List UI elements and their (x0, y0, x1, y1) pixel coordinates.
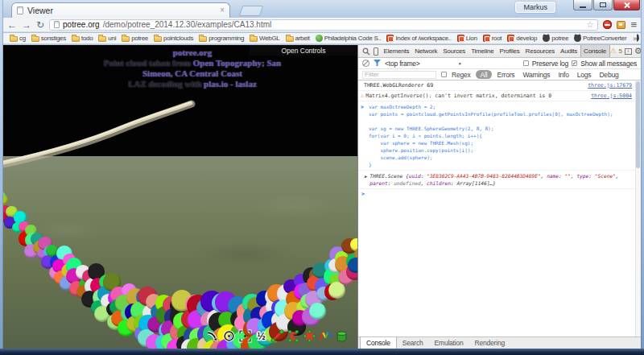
show-all-messages-checkbox[interactable]: ✓ (572, 60, 577, 66)
focus-icon[interactable] (238, 329, 252, 343)
clip-volume-icon[interactable] (335, 329, 349, 343)
clear-console-icon[interactable] (362, 60, 369, 67)
bookmark-item[interactable]: root (481, 35, 504, 42)
expand-arrow-icon[interactable]: ▶ (365, 173, 367, 180)
bookmark-item[interactable]: develop (506, 35, 539, 42)
filter-input[interactable] (362, 71, 436, 79)
bookmarks-overflow-chevron[interactable]: » (630, 33, 637, 43)
console-scrollbar[interactable] (635, 80, 641, 336)
half-resolution-icon[interactable]: ½ (254, 329, 268, 343)
frame-selector-dropdown-icon[interactable]: ▼ (458, 61, 462, 66)
profile-name-button[interactable]: Markus (515, 2, 555, 13)
extension-red-icon[interactable] (603, 20, 612, 29)
bookmark-item[interactable]: cg (8, 35, 27, 42)
bookmark-item[interactable]: uni (97, 35, 118, 42)
source-link[interactable]: three.js:17679 (588, 82, 632, 89)
regex-checkbox[interactable] (441, 72, 447, 77)
bottom-tab-console[interactable]: Console (360, 337, 397, 349)
bookmark-star-icon[interactable]: ☆ (586, 20, 593, 29)
warning-icon: ⚠ (361, 93, 364, 100)
maximize-button[interactable] (593, 0, 613, 10)
tab-viewer[interactable]: Viewer × (11, 2, 230, 18)
folder-icon (98, 36, 106, 42)
bookmark-item[interactable]: Philadelphia Code S.. (314, 35, 383, 42)
bookmark-item[interactable]: programming (197, 35, 246, 42)
bottom-tab-search[interactable]: Search (397, 337, 429, 349)
devtools-bottom-tabs: ConsoleSearchEmulationRendering (358, 336, 641, 349)
bookmark-item[interactable]: arbeit (284, 35, 312, 42)
bookmark-label: WebGL (259, 35, 279, 42)
close-button[interactable] (613, 0, 640, 10)
devtools-tab-console[interactable]: Console (580, 45, 610, 57)
console-messages[interactable]: THREE.WebGLRenderer 69three.js:17679⚠Mat… (358, 80, 635, 336)
height-profile-icon[interactable] (319, 329, 332, 343)
level-filter-debug[interactable]: Debug (596, 71, 621, 79)
device-mode-icon[interactable] (374, 47, 378, 56)
clip-area-icon[interactable] (287, 329, 300, 343)
devtools-tab-elements[interactable]: Elements (381, 45, 412, 57)
bookmark-item[interactable]: WebGL (248, 35, 281, 42)
level-filter-logs[interactable]: Logs (574, 71, 595, 79)
nav-toolbar: ← → ↻ potree.org /demo/potree_2014.12.30… (3, 18, 641, 32)
console-warning-row: ⚠Matrix4.getInverse(): can't invert matr… (358, 91, 635, 101)
regex-label: Regex (452, 71, 471, 79)
bookmarks-bar: cgsonstigestodounipotreepointcloudsprogr… (3, 33, 641, 44)
bookmark-item[interactable]: PotreeConverter (572, 35, 628, 42)
devtools-tab-sources[interactable]: Sources (440, 45, 469, 57)
potree-viewer[interactable]: Open Controls potree.org Point cloud tak… (3, 45, 357, 349)
source-link[interactable]: three.js:5004 (591, 93, 632, 100)
minimize-button[interactable] (573, 0, 592, 10)
inspect-magnifier-icon[interactable] (362, 47, 370, 56)
devtools-right-icons: ⚠ 5 › ⚙ × (610, 47, 644, 56)
console-drawer-icon[interactable]: › (625, 48, 632, 55)
filter-funnel-icon[interactable] (374, 60, 381, 67)
preserve-log-checkbox[interactable] (523, 60, 529, 66)
devtools-tab-resources[interactable]: Resources (522, 45, 557, 57)
minimize-icon (580, 6, 586, 8)
chrome-menu-icon[interactable]: ≡ (630, 19, 637, 30)
devtools-tab-timeline[interactable]: Timeline (469, 45, 497, 57)
console-prompt[interactable]: > (358, 189, 635, 199)
overlay-credit-text: Point cloud taken from (104, 58, 193, 68)
frame-selector[interactable]: <top frame> (385, 60, 420, 68)
point-sphere (348, 258, 357, 274)
tab-title: Viewer (27, 6, 216, 15)
bottom-tab-emulation[interactable]: Emulation (429, 337, 469, 349)
open-controls-button[interactable]: Open Controls (250, 45, 357, 56)
tab-close-icon[interactable]: × (220, 6, 225, 14)
pan-arrow-icon[interactable] (206, 329, 220, 343)
tab-favicon (17, 6, 23, 14)
devtools-tab-profiles[interactable]: Profiles (497, 45, 522, 57)
bookmark-item[interactable]: todo (70, 35, 94, 42)
bookmark-label: uni (108, 35, 116, 42)
folder-icon (154, 36, 162, 42)
level-filter-all[interactable]: All (476, 70, 493, 79)
bottom-tab-rendering[interactable]: Rendering (469, 337, 510, 349)
devtools-tab-network[interactable]: Network (412, 45, 440, 57)
tab-strip: Viewer × Markus (0, 0, 644, 18)
bookmark-item[interactable]: pointclouds (152, 35, 195, 42)
plasio-laslaz-link[interactable]: plas.io - laslaz (204, 79, 257, 89)
new-tab-button[interactable] (239, 6, 264, 16)
bookmark-item[interactable]: sonstiges (30, 35, 68, 42)
reload-button[interactable]: ↻ (36, 20, 44, 30)
bookmark-item[interactable]: Index of /workspace.. (385, 35, 452, 42)
extension-orange-icon[interactable] (617, 21, 625, 29)
level-filter-errors[interactable]: Errors (493, 71, 518, 79)
level-filter-warnings[interactable]: Warnings (519, 71, 553, 79)
bookmark-item[interactable]: Lion (456, 35, 479, 42)
scrollbar-thumb[interactable] (636, 81, 640, 168)
warnings-count[interactable]: 5 (618, 47, 621, 55)
back-button[interactable]: ← (7, 20, 17, 30)
level-filter-info[interactable]: Info (555, 71, 572, 79)
potree-org-link[interactable]: potree.org (173, 47, 212, 57)
bookmark-item[interactable]: potree (120, 35, 150, 42)
orbit-icon[interactable] (222, 329, 236, 343)
distance-measure-icon[interactable] (270, 329, 284, 343)
bookmark-item[interactable]: potree (541, 35, 570, 42)
volume-measure-icon[interactable] (303, 329, 316, 343)
forward-button[interactable]: → (22, 20, 31, 30)
warnings-badge-icon[interactable]: ⚠ (610, 47, 617, 55)
devtools-tab-audits[interactable]: Audits (558, 45, 580, 57)
address-bar[interactable]: potree.org /demo/potree_2014.12.30/examp… (49, 19, 598, 31)
